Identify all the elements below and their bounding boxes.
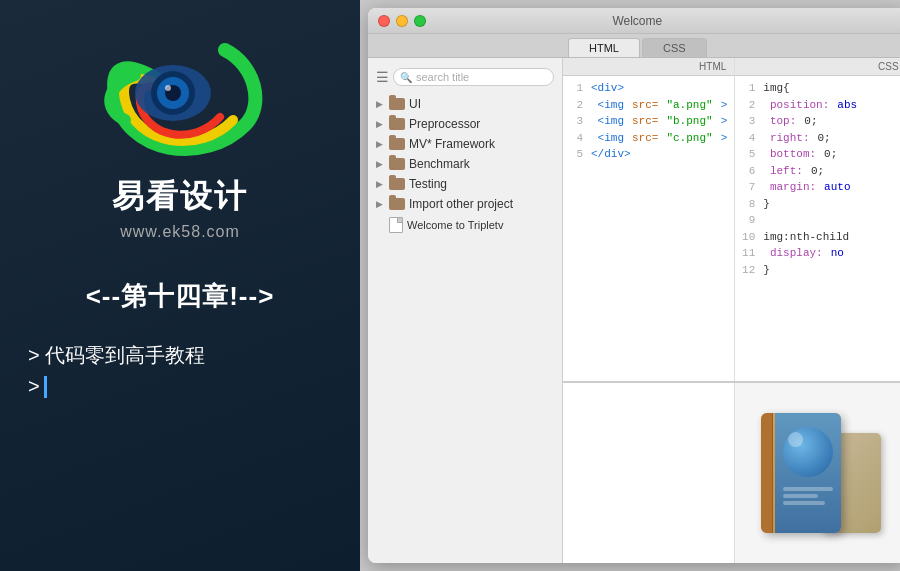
list-item[interactable]: ▶ UI	[368, 94, 562, 114]
css-lang-label: CSS	[878, 61, 899, 72]
code-line: 3 top: 0;	[739, 113, 900, 130]
hamburger-icon[interactable]: ☰	[376, 69, 389, 85]
book-inner	[775, 413, 841, 533]
code-line: 2 position: abs	[739, 97, 900, 114]
code-line: 10 img:nth-child	[739, 229, 900, 246]
brand-name: 易看设计	[112, 175, 248, 219]
bottom-html-pane	[563, 383, 735, 563]
logo-container	[70, 15, 290, 175]
sidebar-items: ▶ UI ▶ Preprocessor ▶ MV* Framework	[368, 90, 562, 557]
tab-css[interactable]: CSS	[642, 38, 707, 57]
css-editor: CSS 1 img{ 2 position: abs	[735, 58, 900, 381]
chapter-text: <--第十四章!-->	[86, 279, 275, 314]
traffic-lights	[378, 15, 426, 27]
code-line: 9	[739, 212, 900, 229]
book-spine	[761, 413, 773, 533]
list-item[interactable]: ▶ Import other project	[368, 194, 562, 214]
sidebar-item-label: Benchmark	[409, 157, 470, 171]
close-button[interactable]	[378, 15, 390, 27]
search-box[interactable]: 🔍 search title	[393, 68, 554, 86]
subtitle-line1: > 代码零到高手教程	[0, 342, 205, 369]
html-lang-label: HTML	[699, 61, 726, 72]
list-item[interactable]: ▶ Preprocessor	[368, 114, 562, 134]
list-item[interactable]: ▶ Testing	[368, 174, 562, 194]
svg-point-4	[165, 85, 171, 91]
editor-pane: HTML 1 <div> 2 <img src="a.png">	[563, 58, 900, 383]
folder-icon	[389, 118, 405, 130]
search-icon: 🔍	[400, 72, 412, 83]
code-line: 8 }	[739, 196, 900, 213]
book-decoration	[761, 413, 881, 533]
chevron-icon: ▶	[376, 159, 383, 169]
right-panel: Welcome HTML CSS ☰ 🔍 search title	[360, 0, 900, 571]
code-line: 6 left: 0;	[739, 163, 900, 180]
book-lines	[779, 487, 837, 505]
list-item[interactable]: ▶ Benchmark	[368, 154, 562, 174]
code-line: 11 display: no	[739, 245, 900, 262]
book-card-front	[761, 413, 841, 533]
tab-html[interactable]: HTML	[568, 38, 640, 57]
code-line: 12 }	[739, 262, 900, 279]
html-editor: HTML 1 <div> 2 <img src="a.png">	[563, 58, 735, 381]
subtitle-line2: >	[0, 375, 47, 398]
code-line: 5 bottom: 0;	[739, 146, 900, 163]
book-line	[783, 501, 826, 505]
css-code[interactable]: 1 img{ 2 position: abs 3 top: 0;	[735, 76, 900, 381]
logo-icon	[85, 25, 275, 165]
folder-icon	[389, 198, 405, 210]
sidebar-item-label: Welcome to Tripletv	[407, 219, 503, 231]
file-sidebar: ☰ 🔍 search title ▶ UI ▶ Prep	[368, 58, 563, 563]
bottom-pane	[563, 383, 900, 563]
sidebar-item-label: UI	[409, 97, 421, 111]
folder-icon	[389, 178, 405, 190]
code-line: 5 </div>	[567, 146, 730, 163]
editor-area: HTML 1 <div> 2 <img src="a.png">	[563, 58, 900, 563]
code-line: 4 right: 0;	[739, 130, 900, 147]
html-code[interactable]: 1 <div> 2 <img src="a.png"> 3 <img src="…	[563, 76, 734, 381]
folder-icon	[389, 98, 405, 110]
search-placeholder: search title	[416, 71, 469, 83]
brand-url: www.ek58.com	[120, 223, 240, 241]
chevron-icon: ▶	[376, 179, 383, 189]
sidebar-item-label: Testing	[409, 177, 447, 191]
tab-bar: HTML CSS	[368, 34, 900, 58]
html-lang-bar: HTML	[563, 58, 734, 76]
main-content: ☰ 🔍 search title ▶ UI ▶ Prep	[368, 58, 900, 563]
app-window: Welcome HTML CSS ☰ 🔍 search title	[368, 8, 900, 563]
chevron-icon: ▶	[376, 99, 383, 109]
code-line: 1 img{	[739, 80, 900, 97]
code-line: 4 <img src="c.png">	[567, 130, 730, 147]
list-item[interactable]: ▶ MV* Framework	[368, 134, 562, 154]
file-icon	[389, 217, 403, 233]
chevron-icon: ▶	[376, 199, 383, 209]
sidebar-toolbar: ☰ 🔍 search title	[368, 64, 562, 90]
book-line	[783, 487, 833, 491]
minimize-button[interactable]	[396, 15, 408, 27]
folder-icon	[389, 138, 405, 150]
sidebar-item-label: Preprocessor	[409, 117, 480, 131]
bottom-preview-pane	[735, 383, 900, 563]
folder-icon	[389, 158, 405, 170]
list-item[interactable]: ▶ Welcome to Tripletv	[368, 214, 562, 236]
code-line: 7 margin: auto	[739, 179, 900, 196]
chevron-icon: ▶	[376, 139, 383, 149]
left-panel: 易看设计 www.ek58.com <--第十四章!--> > 代码零到高手教程…	[0, 0, 360, 571]
window-title: Welcome	[612, 14, 662, 28]
code-line: 1 <div>	[567, 80, 730, 97]
code-line: 2 <img src="a.png">	[567, 97, 730, 114]
css-lang-bar: CSS	[735, 58, 900, 76]
book-line	[783, 494, 818, 498]
code-line: 3 <img src="b.png">	[567, 113, 730, 130]
book-globe-icon	[783, 427, 833, 477]
cursor-blink	[44, 376, 47, 398]
sidebar-item-label: MV* Framework	[409, 137, 495, 151]
sidebar-item-label: Import other project	[409, 197, 513, 211]
maximize-button[interactable]	[414, 15, 426, 27]
title-bar: Welcome	[368, 8, 900, 34]
chevron-icon: ▶	[376, 119, 383, 129]
